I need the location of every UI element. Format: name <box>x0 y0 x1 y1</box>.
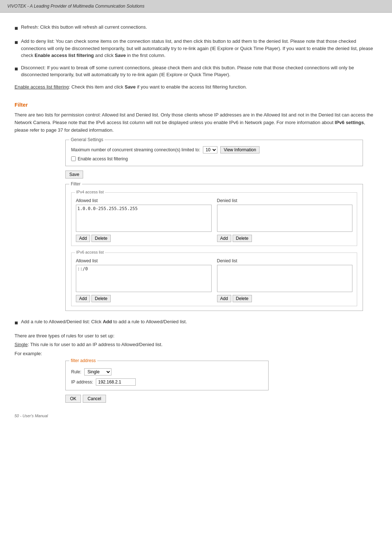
ipv4-allowed-col: Allowed list 1.0.0.0-255.255.255.255 Add… <box>76 198 212 242</box>
for-example-text: For example: <box>15 350 377 358</box>
bullet-add-deny: ■ Add to deny list: You can check some i… <box>15 38 377 59</box>
ok-button[interactable]: OK <box>65 395 81 403</box>
bullet-text-add-deny: Add to deny list: You can check some ite… <box>21 38 377 59</box>
general-settings-legend: General Settings <box>69 137 105 142</box>
max-connections-dropdown[interactable]: 10 <box>203 146 217 153</box>
single-underline: Single <box>15 342 28 347</box>
filter-section-box: Filter IPv4 access list Allowed list 1.0… <box>65 184 363 311</box>
add-rule-section: ■ Add a rule to Allowed/Denied list: Cli… <box>15 318 377 358</box>
ipv6-denied-col: Denied list Add Delete <box>217 258 353 302</box>
ipv6-denied-buttons: Add Delete <box>217 295 353 302</box>
ipv6-allowed-textarea[interactable]: ::/0 <box>76 265 212 292</box>
ipv4-legend: IPv4 access list <box>75 190 105 194</box>
enable-access-row: Enable access list filtering <box>71 156 357 161</box>
filter-heading: Filter <box>15 102 377 108</box>
filter-description: There are two lists for permission contr… <box>15 111 377 134</box>
add-rule-bullet-text: Add a rule to Allowed/Denied list: Click… <box>21 318 377 325</box>
max-connections-label: Maximum number of concurrent streaming c… <box>71 147 200 152</box>
ipv6-allowed-label: Allowed list <box>76 258 212 263</box>
header-bar: VIVOTEK - A Leading Provider of Multimed… <box>0 0 392 13</box>
ipv4-denied-delete-btn[interactable]: Delete <box>233 235 252 242</box>
filter-address-legend: filter address <box>69 358 97 363</box>
ipv4-allowed-delete-btn[interactable]: Delete <box>91 235 111 242</box>
enable-access-label: Enable access list filtering <box>78 156 128 161</box>
ipv4-columns: Allowed list 1.0.0.0-255.255.255.255 Add… <box>76 198 352 242</box>
enable-access-underline: Enable access list filtering <box>15 84 69 90</box>
ip-input[interactable] <box>96 378 136 386</box>
bullet-text-disconnect: Disconnect: If you want to break off som… <box>21 64 377 78</box>
ipv6-denied-label: Denied list <box>217 258 353 263</box>
ipv6-allowed-add-btn[interactable]: Add <box>76 295 90 302</box>
ipv4-denied-label: Denied list <box>217 198 353 203</box>
add-rule-bullet: ■ Add a rule to Allowed/Denied list: Cli… <box>15 318 377 327</box>
rule-dropdown[interactable]: Single Network Range <box>84 368 111 376</box>
ipv4-denied-buttons: Add Delete <box>217 235 353 242</box>
header-title: VIVOTEK - A Leading Provider of Multimed… <box>7 4 144 9</box>
bullet-icon-refresh: ■ <box>15 24 18 33</box>
enable-access-checkbox[interactable] <box>71 156 76 161</box>
ipv6-columns: Allowed list ::/0 Add Delete Denied list… <box>76 258 352 302</box>
ipv4-denied-add-btn[interactable]: Add <box>217 235 231 242</box>
ipv6-allowed-delete-btn[interactable]: Delete <box>91 295 111 302</box>
ipv4-allowed-buttons: Add Delete <box>76 235 212 242</box>
ipv4-denied-col: Denied list Add Delete <box>217 198 353 242</box>
ipv4-allowed-label: Allowed list <box>76 198 212 203</box>
rule-label: Rule: <box>71 369 81 374</box>
bullet-disconnect: ■ Disconnect: If you want to break off s… <box>15 64 377 78</box>
ip-row: IP address: <box>71 378 263 386</box>
ipv4-denied-textarea[interactable] <box>217 205 353 232</box>
page-content: ■ Refresh: Click this button will refres… <box>0 13 392 429</box>
single-rule-desc: Single: This rule is for user to add an … <box>15 341 377 349</box>
ipv6-denied-add-btn[interactable]: Add <box>217 295 231 302</box>
bullet-text-refresh: Refresh: Click this button will refresh … <box>21 24 377 31</box>
ip-label: IP address: <box>71 379 93 385</box>
ipv6-legend: IPv6 access list <box>75 250 105 254</box>
ipv6-allowed-col: Allowed list ::/0 Add Delete <box>76 258 212 302</box>
ipv4-allowed-textarea[interactable]: 1.0.0.0-255.255.255.255 <box>76 205 212 232</box>
rule-row: Rule: Single Network Range <box>71 368 263 376</box>
bullet-refresh: ■ Refresh: Click this button will refres… <box>15 24 377 33</box>
max-connections-row: Maximum number of concurrent streaming c… <box>71 146 357 153</box>
ipv4-allowed-add-btn[interactable]: Add <box>76 235 90 242</box>
ipv6-access-list: IPv6 access list Allowed list ::/0 Add D… <box>71 253 357 306</box>
ipv4-access-list: IPv4 access list Allowed list 1.0.0.0-25… <box>71 192 357 246</box>
bullet-icon-add-deny: ■ <box>15 38 18 47</box>
bullet-icon-disconnect: ■ <box>15 65 18 73</box>
filter-section-legend: Filter <box>69 181 82 186</box>
cancel-button[interactable]: Cancel <box>83 395 106 403</box>
save-button[interactable]: Save <box>65 171 83 178</box>
types-intro: There are three types of rules for user … <box>15 332 377 340</box>
ipv6-denied-delete-btn[interactable]: Delete <box>233 295 252 302</box>
general-settings-box: General Settings Maximum number of concu… <box>65 140 363 166</box>
ipv6-denied-textarea[interactable] <box>217 265 353 292</box>
add-rule-bullet-icon: ■ <box>15 319 18 327</box>
ipv6-allowed-buttons: Add Delete <box>76 295 212 302</box>
page-footer: 50 - User's Manual <box>15 414 377 418</box>
filter-address-box: filter address Rule: Single Network Rang… <box>65 361 269 390</box>
enable-access-paragraph: Enable access list filtering: Check this… <box>15 83 377 91</box>
view-information-button[interactable]: View Information <box>220 146 259 153</box>
ok-cancel-row: OK Cancel <box>65 395 377 403</box>
